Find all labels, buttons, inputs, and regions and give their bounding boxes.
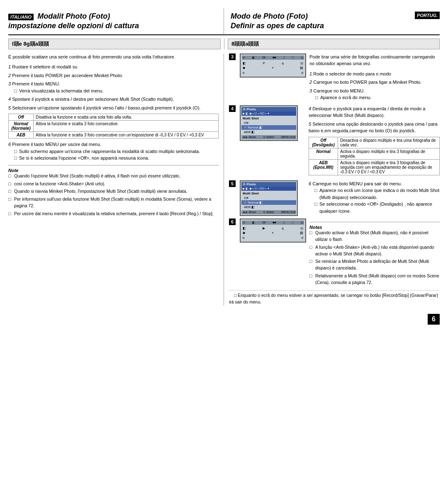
screen4-aeb: AEB ◧ <box>241 130 296 134</box>
header: ITALIANO Modalit Photo (Foto) impostazio… <box>8 8 440 35</box>
screen5-aeb: AEB ◧ <box>241 205 296 209</box>
screen5-multishot: Multi Shot <box>241 191 296 196</box>
screen4-title: ⊙ Photo <box>241 107 296 112</box>
page-number-container: 6 <box>8 314 440 325</box>
screen-icons-6c: b d <box>242 236 304 240</box>
screen5-off: Off <box>241 196 296 200</box>
screen5-nav: ◄► Move ⊙ Select MENU Exit <box>241 210 296 214</box>
table-cell-desc: Activa o disparo múltiplo e tira 3 fotog… <box>338 148 440 159</box>
footer-note: □ Enquanto o ecrã do menu estiver a ser … <box>229 290 440 306</box>
step-badge-6: 6 <box>229 219 236 225</box>
table-cell-desc: Desactiva o disparo múltiplo e tira uma … <box>338 137 440 148</box>
step-item: 2 Premere il tasto POWER per accendere M… <box>8 72 219 79</box>
right-step6-sub2: Se seleccionar o modo <Off> (Desligado) … <box>314 201 440 214</box>
screen4-menu-label: ▶ ◧ ◉ • ☑ • ISO • ✦ <box>241 112 296 116</box>
table-row: AEB Attiva la funzione e scatta 3 foto c… <box>9 132 219 138</box>
table-row: Off Disattiva la funzione e scatta una s… <box>9 114 219 121</box>
screen6-block: 6 ⊙ ◧ 28 ■■ □ □ ◎ ◧ <box>229 219 440 287</box>
screen5-title: ⊙ Photo <box>241 182 296 187</box>
right-step3: 3 Carregue no boto MENU. Aparece o ecrã … <box>309 87 440 101</box>
page-number: 6 <box>428 314 440 325</box>
screen-icons-3b: ◆ ⌖ ▧ <box>242 66 304 71</box>
camera-screen-3: ⊙ ◧ 28 ■■ □ □ ◎ ◧ P q ◎ <box>240 53 306 78</box>
nota-item: Relativamente a Multi Shot (Multi dispar… <box>309 273 440 286</box>
section-header-right: 8頭頭a頭頭 <box>228 39 440 49</box>
left-column: È possibile scattare una serie continua … <box>8 53 224 306</box>
section-header-left: I頭e 8g頭a頭頭 <box>8 39 221 49</box>
screen4-multishot: Multi Shot <box>241 116 296 121</box>
step6-left: 6 Premere il tasto MENU per uscire dal m… <box>8 141 219 162</box>
note-item: Quando l'opzione Multi Shot (Scatto mult… <box>8 173 219 180</box>
step-item: 4 Spostare il joystick a sinistra / dest… <box>8 96 219 103</box>
main-content: È possibile scattare una serie continua … <box>8 53 440 306</box>
screen4-block: 4 ⊙ Photo ▶ ◧ ◉ • ☑ • ISO • ✦ Multi Shot… <box>229 105 440 178</box>
table-row: AEB(Epos.Mlt) Activa o disparo múltiplo … <box>309 159 440 175</box>
right-step1: 1 Rode o selector de modo para o modo <box>309 70 440 78</box>
nota-item: Se reiniciar a Miniket Photo a definição… <box>309 258 440 272</box>
screen5-menu-label: ▶ ◧ ◉ • ☑ • ISO • ✦ <box>241 187 296 191</box>
screen-toolbar-3: ⊙ ◧ 28 ■■ □ □ ◎ <box>242 56 304 60</box>
right-step5: 5 Seleccione uma opção deslocando o joys… <box>309 121 440 134</box>
table-cell-label: Off (Desligado) <box>309 137 338 148</box>
table-cell-label: AEB <box>9 132 34 138</box>
screen5-normal: ✓ Normal ◧ <box>241 200 296 205</box>
title-right: Modo de Photo (Foto) Definir as opes de … <box>231 12 440 31</box>
screen5-block: 5 ⊙ Photo ▶ ◧ ◉ • ☑ • ISO • ✦ Multi Shot… <box>229 180 440 216</box>
note-item: Per uscire dal menu mentre è visualizzat… <box>8 211 219 217</box>
table-cell-desc: Disattiva la funzione e scatta una sola … <box>34 114 219 121</box>
step-badge-5: 5 <box>229 180 236 187</box>
table-row: Normal Activa o disparo múltiplo e tira … <box>309 148 440 159</box>
camera-screen-5: ⊙ Photo ▶ ◧ ◉ • ☑ • ISO • ✦ Multi Shot O… <box>240 180 298 216</box>
note-label-left: Note <box>8 168 219 173</box>
header-left: ITALIANO Modalit Photo (Foto) impostazio… <box>8 8 224 34</box>
note-item: così come la funzione <Anti-Shake> (Anti… <box>8 181 219 187</box>
section-header-left-container: I頭e 8g頭a頭頭 <box>8 39 224 49</box>
step-badge-3: 3 <box>229 53 236 60</box>
step6-sub-2: Se si è selezionata l'opzione <Off>, non… <box>14 155 219 162</box>
page: ITALIANO Modalit Photo (Foto) impostazio… <box>8 8 440 325</box>
screen4-off: Off <box>241 121 296 125</box>
step-item: 1 Ruotare il selettore di modalit su <box>8 63 219 70</box>
table-cell-label: Normal <box>309 148 338 159</box>
header-left-title: ITALIANO Modalit Photo (Foto) impostazio… <box>8 12 224 31</box>
italian-badge: ITALIANO <box>8 14 34 20</box>
screen-toolbar-6: ⊙ ◧ 28 ■■ □ □ ◎ <box>242 221 304 225</box>
table-cell-desc: Attiva la funzione e scatta 3 foto conse… <box>34 132 219 138</box>
table-cell-desc: Attiva la funzione e scatta 3 foto conse… <box>34 121 219 132</box>
right-column: 3 ⊙ ◧ 28 ■■ □ □ ◎ <box>224 53 440 306</box>
header-right: Modo de Photo (Foto) Definir as opes de … <box>224 8 440 34</box>
screen-icons-3c: b d <box>242 71 304 75</box>
step-item: 3 Premere il tasto MENU. Verrà visualizz… <box>8 80 219 94</box>
table-cell-label: Normal(Normale) <box>9 121 34 132</box>
right-intro: Pode tirar uma série de fotografias cont… <box>309 53 440 67</box>
step-sub-item: Verrà visualizzata la schermata del menu… <box>14 87 219 95</box>
screen-icons-6: ◧ ▶ q ◎ <box>242 226 304 231</box>
right-step6-sub1: Aparece no ecrã um ícone que indica o do… <box>314 187 440 201</box>
screen-icons-6b: ◆ ⌖ ▧ <box>242 231 304 236</box>
table-cell-label: Off <box>9 114 34 121</box>
step-item: 5 Selezionare un'opzione spostando il jo… <box>8 104 219 112</box>
right-step3-sub: Aparece o ecrã do menu. <box>315 94 440 101</box>
right-step4: 4 Desloque o joystick para a esquerda / … <box>309 105 440 119</box>
option-table-left: Off Disattiva la funzione e scatta una s… <box>8 114 219 138</box>
left-intro: È possibile scattare una serie continua … <box>8 53 219 61</box>
note-section-left: Note Quando l'opzione Multi Shot (Scatto… <box>8 165 219 217</box>
screen-icons-3: ◧ P q ◎ <box>242 61 304 66</box>
nota-item: Quando activar o Multi Shot (Multi dispa… <box>309 230 440 243</box>
option-table-right: Off (Desligado) Desactiva o disparo múlt… <box>309 137 440 175</box>
left-steps: 1 Ruotare il selettore di modalit su 2 P… <box>8 63 219 111</box>
table-cell-desc: Activa o disparo múltiplo e tira 3 fotog… <box>338 159 440 175</box>
notas-section: Notas Quando activar o Multi Shot (Multi… <box>309 222 440 286</box>
notas-label: Notas <box>309 225 440 230</box>
camera-screen-4: ⊙ Photo ▶ ◧ ◉ • ☑ • ISO • ✦ Multi Shot O… <box>240 105 298 141</box>
camera-screen-6: ⊙ ◧ 28 ■■ □ □ ◎ ◧ ▶ q ◎ <box>240 219 306 243</box>
portug-badge: PORTUG. <box>415 12 440 19</box>
table-row: Off (Desligado) Desactiva o disparo múlt… <box>309 137 440 148</box>
nota-item: A função <Anti-Shake> (Anti-vib.) não es… <box>309 244 440 257</box>
table-cell-label: AEB(Epos.Mlt) <box>309 159 338 175</box>
step6-sub-1: Sullo schermo appare un'icona che rappre… <box>14 148 219 155</box>
screen4-normal: ✓ Normal ◧ <box>241 125 296 130</box>
section-header-right-container: 8頭頭a頭頭 <box>224 39 440 49</box>
right-step2: 2 Carregue no boto POWER para ligar a Mi… <box>309 79 440 86</box>
table-row: Normal(Normale) Attiva la funzione e sca… <box>9 121 219 132</box>
